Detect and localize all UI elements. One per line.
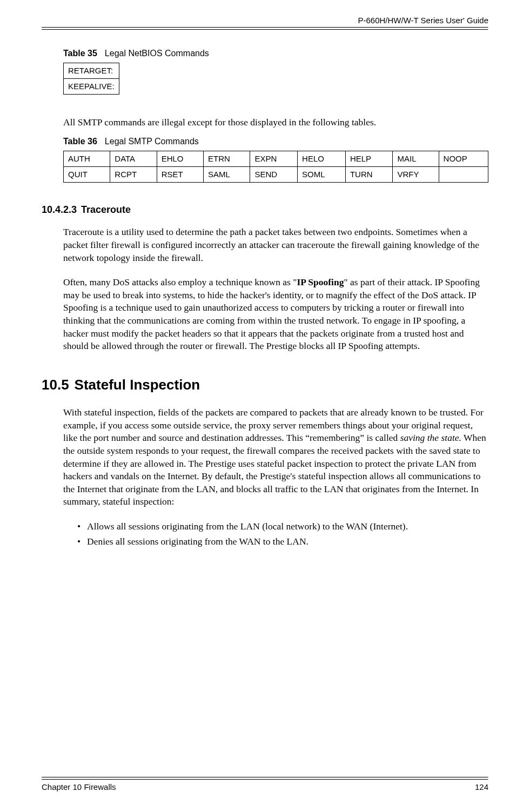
table-cell: SAML [204,166,250,182]
table-cell: VRFY [393,166,439,182]
footer-chapter: Chapter 10 Firewalls [42,782,116,793]
table36: AUTH DATA EHLO ETRN EXPN HELO HELP MAIL … [63,151,488,183]
table-row: QUIT RCPT RSET SAML SEND SOML TURN VRFY [64,166,488,182]
ip-spoofing-bold: IP Spoofing [297,277,344,287]
table-cell: NOOP [439,151,488,166]
table-row: AUTH DATA EHLO ETRN EXPN HELO HELP MAIL … [64,151,488,166]
table-cell: MAIL [393,151,439,166]
heading-10-5: 10.5Stateful Inspection [42,375,488,394]
saving-the-state-italic: saving the state. [400,432,461,443]
table35-caption-num: Table 35 [63,49,97,58]
header-guide-title: P-660H/HW/W-T Series User' Guide [358,15,488,26]
table-cell: QUIT [64,166,110,182]
table-row: KEEPALIVE: [64,79,119,95]
table-cell: AUTH [64,151,110,166]
stateful-bullets: Allows all sessions originating from the… [77,520,488,548]
table-cell: TURN [345,166,393,182]
list-item: Allows all sessions originating from the… [77,520,488,533]
header-rule-bottom [42,29,488,30]
heading-title: Traceroute [81,204,131,215]
list-item: Denies all sessions originating from the… [77,535,488,548]
table-cell: RSET [157,166,203,182]
heading-num: 10.4.2.3 [42,204,77,215]
table-row: RETARGET: [64,63,119,78]
para-text: " as part of their attack. IP Spoofing m… [63,277,480,351]
traceroute-para2: Often, many DoS attacks also employ a te… [63,276,488,353]
page-footer: Chapter 10 Firewalls 124 [42,777,488,793]
para-text: Often, many DoS attacks also employ a te… [63,277,297,287]
table35-caption-text: Legal NetBIOS Commands [105,49,209,58]
traceroute-para1: Traceroute is a utility used to determin… [63,226,488,264]
table-cell: DATA [110,151,157,166]
para-text: When the outside system responds to your… [63,432,486,507]
table-cell: EXPN [250,151,298,166]
footer-page-number: 124 [475,782,488,793]
smtp-intro-paragraph: All SMTP commands are illegal except for… [63,116,488,129]
table36-caption-text: Legal SMTP Commands [105,137,199,146]
table-cell: RETARGET: [64,63,119,78]
heading-title: Stateful Inspection [75,377,200,393]
table36-caption-num: Table 36 [63,137,97,146]
table-cell: SOML [298,166,346,182]
stateful-para: With stateful inspection, fields of the … [63,406,488,508]
table-cell: KEEPALIVE: [64,79,119,95]
table-cell: EHLO [157,151,203,166]
heading-num: 10.5 [42,377,69,393]
table-cell: HELP [345,151,393,166]
table-cell: RCPT [110,166,157,182]
table35-caption: Table 35Legal NetBIOS Commands [63,48,488,59]
table-cell: SEND [250,166,298,182]
table-cell [439,166,488,182]
table-cell: ETRN [204,151,250,166]
table-cell: HELO [298,151,346,166]
table36-caption: Table 36Legal SMTP Commands [63,136,488,147]
heading-10-4-2-3: 10.4.2.3Traceroute [42,203,488,216]
table35: RETARGET: KEEPALIVE: [63,63,119,95]
